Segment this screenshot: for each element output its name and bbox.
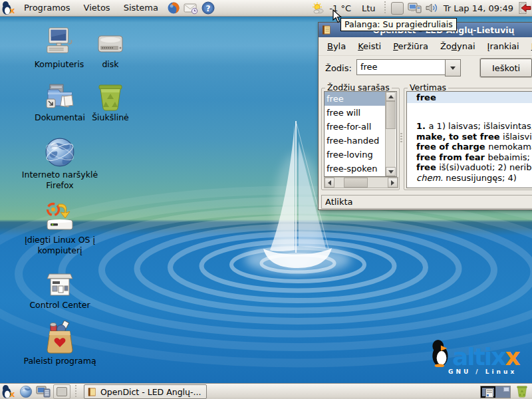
pane-splitter[interactable]	[399, 133, 403, 142]
weather-icon[interactable]	[311, 1, 325, 15]
translation-lines: 1. a 1) laisvas; išlaisvintas; tmake, to…	[407, 121, 532, 183]
baltix-menu-icon[interactable]: x	[1, 1, 16, 15]
workspace-switcher[interactable]	[480, 386, 511, 398]
desktop-icon-trash[interactable]: Šiukšlinė	[82, 82, 138, 123]
translation-line: chem. nesusijungęs; 4)	[416, 173, 532, 184]
tray-notes-icon[interactable]	[390, 1, 405, 15]
desktop-icon-firefox[interactable]: Interneto naršyklė Firefox	[19, 136, 101, 190]
desktop-icon-control-center[interactable]: Control Center	[23, 273, 97, 311]
wordlist-horizontal-scrollbar[interactable]	[324, 177, 398, 188]
word-list-item[interactable]: free-spoken	[325, 162, 385, 176]
translation-line: free from fear bebaimis; t	[416, 152, 532, 163]
keyboard-layout-indicator[interactable]: Ltu	[359, 3, 378, 13]
scrollbar-thumb[interactable]	[344, 178, 368, 188]
top-panel: x Programos Vietos Sistema ?	[0, 0, 532, 17]
word-list-item[interactable]: free will	[325, 106, 385, 120]
word-list-item[interactable]: free-handed	[325, 134, 385, 148]
word-list-item[interactable]: free-for-all	[325, 120, 385, 134]
book-icon	[87, 387, 97, 397]
harddisk-icon	[96, 32, 125, 59]
window-menu-item[interactable]: Peržiūra	[387, 39, 434, 54]
status-bar: Atlikta	[321, 195, 532, 209]
window-menu-item[interactable]: Byla	[321, 39, 352, 54]
install-os-icon	[43, 201, 77, 234]
logo-text: altixx	[452, 347, 519, 367]
help-launcher-icon[interactable]: ?	[201, 1, 215, 15]
baltix-taskbar-icon[interactable]: x	[1, 384, 16, 399]
menu-programos[interactable]: Programos	[17, 0, 77, 16]
baltix-wallpaper-logo: altixx GNU / Linux	[431, 339, 531, 375]
desktop-icon-install-os[interactable]: Įdiegti Linux OS į kompiuterį	[21, 201, 98, 255]
opendict-menubar: BylaKeistiPeržiūraŽodynaiĮrankiaiPagalba	[319, 37, 532, 56]
task-button-opendict[interactable]: OpenDict - LED Anglų-...	[84, 384, 207, 399]
svg-text:x: x	[9, 5, 15, 15]
window-menu-item[interactable]: Keisti	[352, 39, 387, 54]
computer-icon	[44, 27, 74, 59]
control-center-icon	[45, 273, 74, 299]
workspace-2[interactable]	[495, 386, 510, 398]
translation-frame: Vertimas free 1. a 1) laisvas; išlaisvin…	[404, 88, 532, 190]
documents-folder-icon	[44, 82, 76, 112]
bottom-panel: x OpenDict - LED Anglų	[0, 383, 532, 399]
workspace-1[interactable]	[481, 386, 495, 398]
word-list: freefree willfree-for-allfree-handedfree…	[325, 92, 385, 176]
wordlist-box: freefree willfree-for-allfree-handedfree…	[324, 91, 397, 177]
show-desktop-button[interactable]	[53, 384, 70, 399]
multimedia-taskbar-icon[interactable]	[36, 384, 51, 399]
taskbar-handle[interactable]	[73, 385, 78, 398]
word-input[interactable]: free	[356, 59, 445, 75]
translation-line: make, to set free išlaisvin	[416, 132, 532, 142]
desktop-icon-run-program[interactable]: Paleisti programą	[16, 321, 104, 366]
browser-taskbar-icon[interactable]	[19, 384, 33, 399]
window-content: Žodžių sąrašas freefree willfree-for-all…	[319, 83, 532, 194]
tray-updates-icon[interactable]	[408, 1, 422, 15]
translation-headword: free	[407, 92, 532, 103]
panel-handle[interactable]	[382, 1, 388, 15]
translation-line: free iš(si)vaduoti; 2) neribot	[416, 162, 532, 173]
mail-launcher-icon[interactable]	[184, 1, 198, 15]
penguin-icon	[431, 339, 452, 367]
word-label: Žodis:	[325, 63, 352, 73]
desktop-icon-computer[interactable]: Kompiuteris	[29, 27, 89, 70]
web-browser-globe-icon	[44, 136, 76, 169]
menu-vietos[interactable]: Vietos	[77, 0, 117, 16]
search-toolbar: Žodis: free Ieškoti	[319, 56, 532, 80]
logout-icon[interactable]	[517, 1, 532, 15]
window-menu-item[interactable]: Pagalba	[525, 39, 532, 54]
clock[interactable]: Tr Lap 14, 09:49	[441, 3, 516, 13]
translation-line: 1. a 1) laisvas; išlaisvintas; t	[416, 121, 532, 132]
word-combobox: free	[356, 59, 461, 76]
wordlist-frame: Žodžių sąrašas freefree willfree-for-all…	[321, 88, 400, 190]
opendict-window: OpenDict - LED Anglų-Lietuvių BylaKeisti…	[318, 22, 532, 210]
svg-text:x: x	[9, 389, 15, 399]
combo-dropdown-button[interactable]	[445, 59, 461, 76]
desktop-icon-disk[interactable]: disk	[84, 32, 137, 70]
translation-line: free of charge nemokama	[416, 142, 532, 152]
firefox-launcher-icon[interactable]	[166, 1, 181, 15]
translation-textarea[interactable]: free 1. a 1) laisvas; išlaisvintas; tmak…	[406, 91, 532, 188]
volume-icon[interactable]	[425, 1, 440, 15]
weather-tooltip: Palanga: Su pragiedruliais	[340, 18, 457, 31]
word-list-item[interactable]: free-loving	[325, 148, 385, 162]
mouse-cursor	[332, 9, 343, 24]
scrollbar-thumb[interactable]	[386, 101, 396, 129]
window-menu-item[interactable]: Žodynai	[434, 39, 481, 54]
run-program-bag-icon	[45, 321, 75, 355]
book-icon	[321, 25, 332, 35]
word-list-item[interactable]: free	[325, 92, 385, 106]
svg-text:?: ?	[206, 4, 211, 13]
wordlist-vertical-scrollbar[interactable]	[385, 92, 396, 176]
desktop-screen: { "colors": { "panel_bg": "#dbd7cf", "ti…	[0, 0, 532, 399]
window-menu-item[interactable]: Įrankiai	[481, 39, 525, 54]
trash-applet-icon[interactable]	[516, 385, 528, 399]
trash-icon	[96, 82, 124, 112]
menu-sistema[interactable]: Sistema	[117, 0, 165, 16]
search-button[interactable]: Ieškoti	[480, 59, 532, 77]
